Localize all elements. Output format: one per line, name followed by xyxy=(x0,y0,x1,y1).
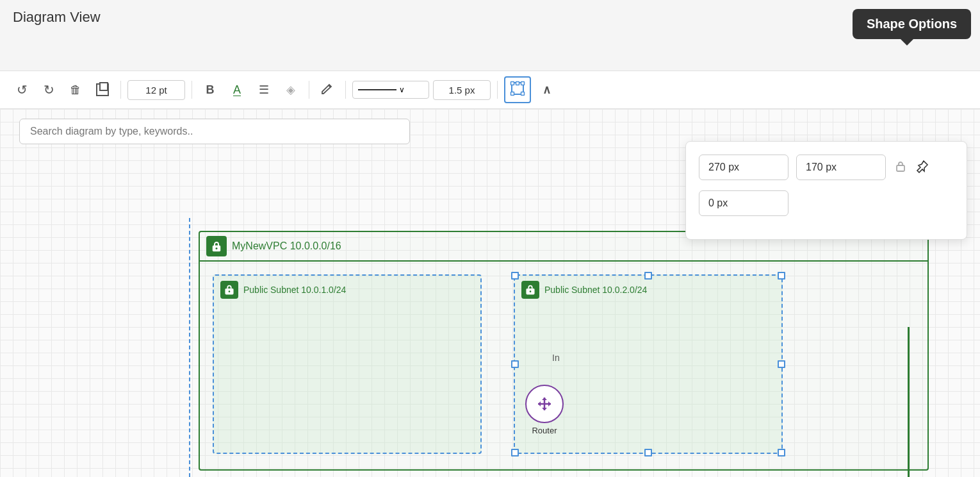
handle-bottom-left[interactable] xyxy=(511,449,519,456)
font-size-input[interactable] xyxy=(127,80,185,100)
toolbar: ↺ ↻ 🗑 B A ☰ ◈ xyxy=(0,71,980,109)
subnet-1: Public Subnet 10.0.1.0/24 xyxy=(213,274,482,454)
in-label: In xyxy=(552,353,560,363)
delete-button[interactable]: 🗑 xyxy=(64,78,87,101)
bold-icon: B xyxy=(206,83,215,97)
router-label: Router xyxy=(532,426,557,435)
bold-button[interactable]: B xyxy=(199,78,222,101)
left-dashed-line xyxy=(189,218,190,477)
green-right-border xyxy=(908,327,910,477)
duplicate-button[interactable] xyxy=(91,78,114,101)
shape-rotation-input[interactable] xyxy=(699,190,788,216)
shape-width-input[interactable] xyxy=(699,155,788,180)
search-bar xyxy=(19,119,410,144)
handle-top-center[interactable] xyxy=(644,272,652,280)
svg-rect-3 xyxy=(516,81,519,85)
svg-rect-13 xyxy=(897,165,904,171)
vpc-icon xyxy=(206,236,227,256)
handle-bottom-right[interactable] xyxy=(778,449,785,456)
shape-options-tooltip: Shape Options xyxy=(853,9,971,39)
align-button[interactable]: ☰ xyxy=(252,78,275,101)
subnet-2-header: Public Subnet 10.0.2.0/24 xyxy=(515,276,781,304)
separator-1 xyxy=(120,81,121,99)
subnet-1-label: Public Subnet 10.0.1.0/24 xyxy=(243,285,346,295)
svg-point-10 xyxy=(229,290,231,292)
edit-button[interactable] xyxy=(316,78,339,101)
lock-icon[interactable] xyxy=(894,159,908,176)
separator-5 xyxy=(497,81,498,99)
align-icon: ☰ xyxy=(259,83,269,97)
router-element[interactable]: Router xyxy=(525,385,564,435)
shape-resize-button[interactable] xyxy=(504,76,531,103)
font-color-icon: A xyxy=(233,83,241,97)
separator-3 xyxy=(309,81,309,99)
handle-bottom-center[interactable] xyxy=(644,449,652,456)
svg-rect-2 xyxy=(511,81,514,85)
collapse-button[interactable]: ∧ xyxy=(535,78,558,101)
fill-button[interactable]: ◈ xyxy=(279,78,302,101)
subnet-2-label: Public Subnet 10.0.2.0/24 xyxy=(544,285,647,295)
vpc-label: MyNewVPC 10.0.0.0/16 xyxy=(232,240,341,252)
shape-options-panel xyxy=(685,141,967,240)
handle-middle-left[interactable] xyxy=(511,360,519,368)
handle-middle-right[interactable] xyxy=(778,360,785,368)
subnet-1-icon xyxy=(220,281,238,299)
stroke-dropdown-icon: ∨ xyxy=(399,85,405,94)
pin-icon[interactable] xyxy=(915,159,929,176)
tooltip-label: Shape Options xyxy=(867,17,957,31)
resize-icon xyxy=(510,81,525,99)
edit-icon xyxy=(320,81,334,99)
stroke-width-input[interactable] xyxy=(433,80,491,100)
shape-rotation-row xyxy=(699,190,954,216)
svg-point-8 xyxy=(216,247,218,249)
undo-button[interactable]: ↺ xyxy=(10,78,33,101)
svg-rect-5 xyxy=(511,92,514,95)
stroke-line-preview xyxy=(358,89,396,90)
shape-dimensions-row xyxy=(699,155,954,180)
subnet-2-icon xyxy=(521,281,539,299)
fill-icon: ◈ xyxy=(286,83,295,97)
undo-icon: ↺ xyxy=(17,82,28,97)
search-input[interactable] xyxy=(19,119,410,144)
page-title: Diagram View xyxy=(0,0,113,35)
redo-icon: ↻ xyxy=(44,82,54,97)
svg-point-12 xyxy=(530,290,532,292)
router-circle xyxy=(525,385,564,423)
separator-2 xyxy=(192,81,192,99)
svg-rect-4 xyxy=(521,81,525,85)
chevron-up-icon: ∧ xyxy=(543,83,551,97)
redo-button[interactable]: ↻ xyxy=(37,78,60,101)
separator-4 xyxy=(345,81,346,99)
svg-rect-6 xyxy=(521,92,525,95)
subnet-row: Public Subnet 10.0.1.0/24 Public Subnet … xyxy=(200,262,927,467)
shape-height-input[interactable] xyxy=(796,155,886,180)
title-text: Diagram View xyxy=(13,9,101,25)
vpc-container: MyNewVPC 10.0.0.0/16 Public Subnet 10.0.… xyxy=(199,231,929,471)
handle-top-left[interactable] xyxy=(511,272,519,280)
handle-top-right[interactable] xyxy=(778,272,785,280)
duplicate-icon xyxy=(96,83,109,96)
stroke-style-select[interactable]: ∨ xyxy=(352,81,429,99)
subnet-1-header: Public Subnet 10.0.1.0/24 xyxy=(214,276,480,304)
font-color-button[interactable]: A xyxy=(225,78,249,101)
delete-icon: 🗑 xyxy=(70,83,81,97)
